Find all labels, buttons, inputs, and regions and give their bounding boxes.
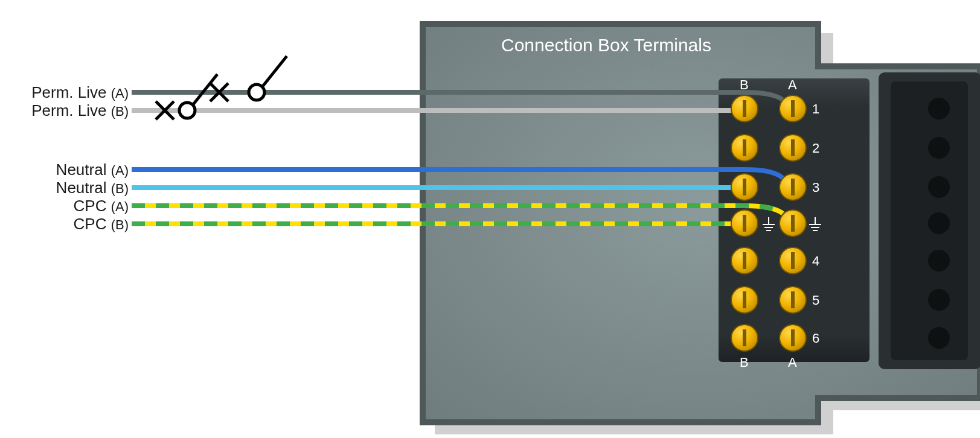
svg-line-12	[263, 56, 287, 86]
svg-rect-38	[791, 252, 795, 269]
label-neutral-b: Neutral (B)	[56, 179, 129, 197]
col-b-top: B	[740, 77, 749, 93]
svg-rect-24	[743, 252, 746, 269]
svg-rect-32	[791, 139, 795, 156]
row-3: 3	[812, 180, 819, 195]
box-title: Connection Box Terminals	[501, 35, 711, 56]
svg-rect-42	[791, 329, 795, 346]
svg-rect-22	[743, 215, 746, 232]
svg-point-0	[928, 98, 950, 119]
svg-rect-36	[791, 215, 795, 232]
label-neutral-a: Neutral (A)	[56, 160, 129, 179]
svg-point-5	[928, 289, 950, 311]
col-a-top: A	[788, 77, 797, 93]
svg-point-4	[928, 250, 950, 271]
row-1: 1	[812, 101, 819, 117]
svg-rect-18	[743, 139, 746, 156]
svg-point-1	[928, 137, 950, 159]
label-perm-live-a: Perm. Live (A)	[31, 83, 129, 102]
svg-rect-16	[743, 100, 746, 117]
row-5: 5	[812, 293, 819, 308]
svg-point-7	[179, 103, 195, 118]
svg-rect-26	[743, 291, 746, 308]
col-b-bottom: B	[740, 355, 749, 370]
row-4: 4	[812, 253, 819, 269]
svg-rect-30	[791, 100, 795, 117]
svg-rect-20	[743, 179, 746, 195]
col-a-bottom: A	[788, 355, 797, 370]
svg-rect-28	[743, 329, 746, 346]
label-cpc-b: CPC (B)	[74, 215, 129, 233]
svg-rect-34	[791, 179, 795, 195]
row-2: 2	[812, 141, 819, 156]
wiring-diagram: Connection Box Terminals Perm. Live (A) …	[0, 0, 980, 438]
svg-point-6	[928, 327, 950, 349]
svg-point-3	[928, 212, 950, 234]
svg-point-2	[928, 176, 950, 198]
diagram-svg	[0, 0, 980, 438]
row-6: 6	[812, 331, 819, 346]
label-cpc-a: CPC (A)	[74, 197, 129, 215]
svg-rect-40	[791, 291, 795, 308]
svg-point-11	[249, 84, 264, 100]
label-perm-live-b: Perm. Live (B)	[31, 101, 129, 120]
